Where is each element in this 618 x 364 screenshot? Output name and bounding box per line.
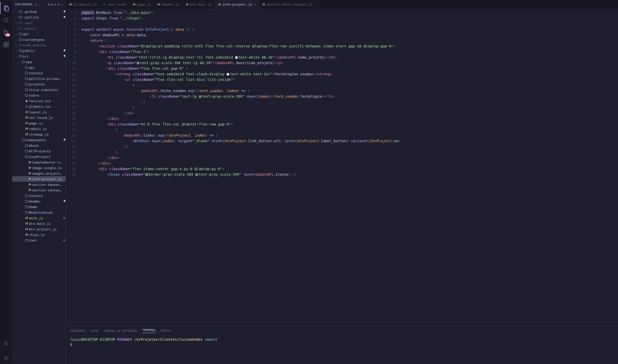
editor-tab[interactable]: JSbtn-main.js (183, 0, 215, 9)
panel-tab[interactable]: SAÍDA (90, 329, 99, 333)
tree-item[interactable]: ›contato (12, 70, 66, 76)
code-line[interactable]: { (81, 82, 618, 88)
tree-item[interactable]: ›slice-simulator (12, 87, 66, 93)
tree-item[interactable]: ›api (12, 31, 66, 37)
code-line[interactable]: <p className="text-gray-scale-200 text-l… (81, 60, 618, 66)
tree-item[interactable]: ›customtypes (12, 37, 66, 42)
tree-item[interactable]: JSsection-content.js (12, 187, 66, 193)
tree-item[interactable]: JSpage.js (12, 120, 66, 126)
code-line[interactable]: const dadosAPi = data.data; (81, 32, 618, 38)
tree-item[interactable]: ›About (12, 143, 66, 148)
source-control-activity[interactable]: 10 (0, 26, 12, 39)
tree-item[interactable]: ⌄components• (12, 137, 66, 143)
tree-item[interactable]: JSimages-project.js (12, 171, 66, 176)
tree-item[interactable]: ›ModalCookies (12, 210, 66, 215)
settings-activity[interactable] (0, 352, 12, 364)
editor-tab[interactable]: JSprismicio.js (66, 0, 100, 9)
tree-item[interactable]: ›.next (12, 20, 66, 26)
tree-item[interactable]: JSinfo-project.js (12, 176, 66, 182)
code-line[interactable]: } (81, 105, 618, 110)
tree-item[interactable]: ›politica-privacidade (12, 76, 66, 81)
tree-item[interactable]: JSbtn-main.js (12, 221, 66, 226)
tree-item[interactable]: JSsection-banner.js (12, 182, 66, 187)
tree-item[interactable]: ›.github• (12, 9, 66, 14)
code-line[interactable]: import BtnMain from "../btn-main"; (81, 10, 618, 15)
code-line[interactable]: return ( (81, 38, 618, 43)
tree-item[interactable]: JSnot-found.js (12, 115, 66, 120)
code-line[interactable]: } (81, 149, 618, 155)
tree-item[interactable]: ›node_modules (12, 42, 66, 48)
tree-item[interactable]: ›ContU (12, 238, 66, 243)
more-icon[interactable]: ⋯ (61, 3, 63, 6)
tree-item[interactable]: JScomplementar-text.js (12, 159, 66, 165)
code-line[interactable]: <div className="flex-1"> (81, 49, 618, 54)
editor-tab[interactable]: JSheader.js (154, 0, 183, 9)
tree-item[interactable]: ⌄src• (12, 53, 66, 59)
tree-item[interactable]: JSlayout.js (12, 109, 66, 115)
tree-item[interactable]: ›.vercel (12, 26, 66, 31)
tree-item[interactable]: JSimage-single.js (12, 165, 66, 171)
editor-tab[interactable]: JSsection-hero-contact.js (259, 0, 316, 9)
tree-item[interactable]: JSbtn-project.js (12, 226, 66, 232)
tree-item[interactable]: JSrobots.js (12, 126, 66, 132)
tree-item[interactable]: ⌄app (12, 59, 66, 65)
explorer-activity[interactable] (0, 2, 12, 14)
refresh-icon[interactable]: ↻ (55, 3, 56, 6)
account-activity[interactable] (0, 338, 12, 350)
code-line[interactable]: )) (81, 144, 618, 149)
new-file-icon[interactable]: ⊞ (48, 3, 50, 6)
editor-area[interactable]: 1234567891011121314151617181920212223242… (66, 9, 618, 326)
code-line[interactable]: <div className="mt-6 flex flex-col @tabl… (81, 121, 618, 127)
code-line[interactable] (81, 21, 618, 27)
tree-item[interactable]: JSanim.jsU (12, 215, 66, 221)
code-line[interactable]: <strong className="font-semibold font-cl… (81, 71, 618, 77)
code-line[interactable]: { (81, 127, 618, 133)
code-line[interactable]: </ul> (81, 110, 618, 116)
panel-tab[interactable]: PORTAS (161, 329, 171, 333)
tree-item[interactable]: ›projetos (12, 81, 66, 87)
editor-tab[interactable]: ⚙.env.local (100, 0, 130, 9)
code-content[interactable]: import BtnMain from "../btn-main";💡impor… (81, 9, 618, 326)
code-line[interactable]: <section className="@laptop:pt-padding-t… (81, 43, 618, 49)
terminal-content[interactable]: luuiz@DESKTOP-61IBFUM MINGW64 /d/Projeto… (66, 335, 618, 364)
code-line[interactable]: <BtnMain key={index} target="_blank" hre… (81, 138, 618, 144)
code-line[interactable]: export default async function InfoProjec… (81, 27, 618, 32)
code-line[interactable]: <li className="text-lg text-gray-scale-2… (81, 94, 618, 99)
collapse-icon[interactable]: ⊟ (58, 3, 60, 6)
code-line[interactable]: <ul className="flex flex-col list-disc l… (81, 77, 618, 82)
tree-item[interactable]: ›sobre (12, 93, 66, 98)
code-line[interactable]: dadosAPi.links?.map((btnProject, index) … (81, 133, 618, 138)
panel-tab[interactable]: PROBLEMAS (70, 329, 85, 333)
tree-item[interactable]: JSchips.js (12, 232, 66, 238)
code-line[interactable]: </div> (81, 116, 618, 121)
tree-item[interactable]: {}globals.css (12, 104, 66, 109)
code-line[interactable]: <Chips className="border-gray-scale-200 … (81, 172, 618, 177)
tree-item[interactable]: ›Home (12, 204, 66, 210)
tree-item[interactable]: ›AllProjects (12, 148, 66, 154)
editor-tab[interactable]: JSinfo-project.js× (215, 0, 259, 9)
code-line[interactable]: </div> (81, 155, 618, 160)
tree-item[interactable]: ›Contact (12, 193, 66, 198)
extensions-activity[interactable] (0, 39, 12, 51)
tree-item[interactable]: ›api (12, 65, 66, 70)
terminal-prompt[interactable]: $ (70, 342, 614, 347)
tree-item[interactable]: ›.netlify• (12, 14, 66, 20)
tree-item[interactable]: ›Header• (12, 198, 66, 204)
editor-tab[interactable]: JSpage.js (130, 0, 154, 9)
code-line[interactable]: 💡import Chips from "../chips"; (81, 15, 618, 21)
search-activity[interactable] (0, 14, 12, 26)
panel-tab[interactable]: CONSOLE DE DEPURAÇÃO (104, 329, 137, 333)
code-line[interactable]: )) (81, 99, 618, 105)
code-line[interactable]: <div className="flex items-center gap-4 … (81, 166, 618, 172)
close-icon[interactable]: × (254, 3, 256, 7)
code-line[interactable]: </div> (81, 160, 618, 166)
code-line[interactable]: <div className="flex flex-col gap-6" > (81, 66, 618, 71)
code-line[interactable]: <h1 className="text-title-lg @laptop:tex… (81, 54, 618, 60)
code-line[interactable]: dadosAPi.techs_usadas.map((tech_usadas, … (81, 88, 618, 94)
tree-item[interactable]: ⌄CaseProject (12, 154, 66, 159)
panel-tab[interactable]: TERMINAL (142, 329, 156, 333)
tree-item[interactable]: ◉favicon.ico (12, 98, 66, 104)
tree-item[interactable]: JSsitemap.js (12, 132, 66, 137)
new-folder-icon[interactable]: ⊡ (52, 3, 53, 6)
tree-item[interactable]: ›public• (12, 48, 66, 53)
